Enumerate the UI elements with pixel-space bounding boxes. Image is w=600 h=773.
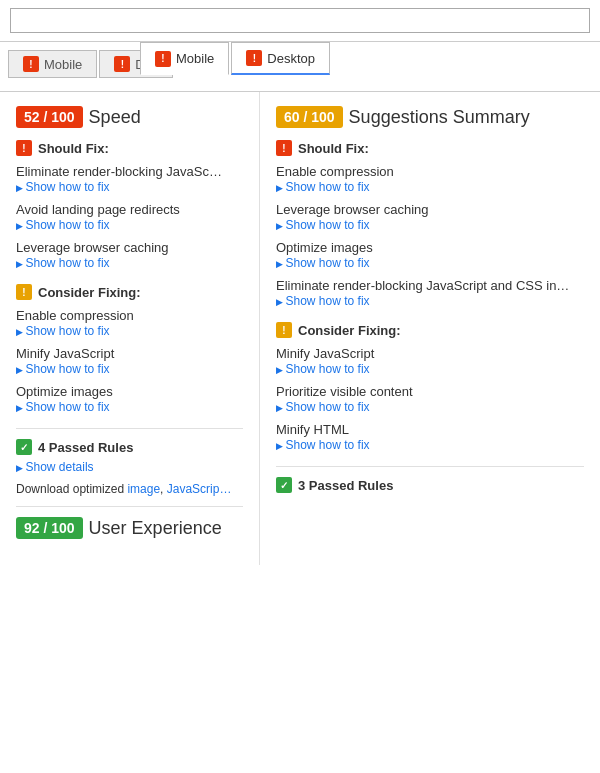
suggestions-score-label: Suggestions Summary <box>349 107 530 128</box>
desktop-show-fix-1[interactable]: Show how to fix <box>276 218 370 232</box>
divider-1 <box>16 428 243 429</box>
suggestions-score-badge: 60 / 100 <box>276 106 343 128</box>
mobile-should-fix-section: ! Should Fix: Eliminate render-blocking … <box>16 140 243 270</box>
main-content: 52 / 100 Speed ! Should Fix: Eliminate r… <box>0 92 600 565</box>
mobile-consider-item-1: Minify JavaScript Show how to fix <box>16 346 243 376</box>
tab-warning-icon-mobile-front: ! <box>155 51 171 67</box>
tab-mobile-front-label: Mobile <box>176 51 214 66</box>
mobile-consider-show-1[interactable]: Show how to fix <box>16 362 110 376</box>
desktop-consider-show-0[interactable]: Show how to fix <box>276 362 370 376</box>
mobile-rule-item-1: Avoid landing page redirects Show how to… <box>16 202 243 232</box>
tab-warning-icon-desktop-back: ! <box>114 56 130 72</box>
mobile-passed-count: 4 Passed Rules <box>38 440 133 455</box>
speed-score-section: 52 / 100 Speed <box>16 106 243 128</box>
mobile-show-details[interactable]: Show details <box>16 460 94 474</box>
mobile-consider-name-1: Minify JavaScript <box>16 346 243 361</box>
tab-desktop-front[interactable]: ! Desktop <box>231 42 330 75</box>
url-bar: http://nytimes.com/ <box>0 0 600 42</box>
tab-mobile-front[interactable]: ! Mobile <box>140 42 229 75</box>
panel-desktop: 60 / 100 Suggestions Summary ! Should Fi… <box>260 92 600 565</box>
should-fix-error-icon: ! <box>16 140 32 156</box>
mobile-show-fix-0[interactable]: Show how to fix <box>16 180 110 194</box>
desktop-show-fix-3[interactable]: Show how to fix <box>276 294 370 308</box>
desktop-passed-rules: ✓ 3 Passed Rules <box>276 477 584 493</box>
desktop-consider-fixing-section: ! Consider Fixing: Minify JavaScript Sho… <box>276 322 584 452</box>
divider-2 <box>16 506 243 507</box>
desktop-consider-name-2: Minify HTML <box>276 422 584 437</box>
mobile-rule-item-2: Leverage browser caching Show how to fix <box>16 240 243 270</box>
mobile-rule-item-0: Eliminate render-blocking JavaSc… Show h… <box>16 164 243 194</box>
download-image-link[interactable]: image <box>127 482 160 496</box>
desktop-rule-item-0: Enable compression Show how to fix <box>276 164 584 194</box>
desktop-consider-item-0: Minify JavaScript Show how to fix <box>276 346 584 376</box>
tab-warning-icon-desktop-front: ! <box>246 50 262 66</box>
mobile-download-text: Download optimized image, JavaScrip… <box>16 482 243 496</box>
mobile-consider-show-2[interactable]: Show how to fix <box>16 400 110 414</box>
mobile-consider-name-2: Optimize images <box>16 384 243 399</box>
desktop-should-fix-error-icon: ! <box>276 140 292 156</box>
mobile-consider-item-0: Enable compression Show how to fix <box>16 308 243 338</box>
desktop-passed-count: 3 Passed Rules <box>298 478 393 493</box>
url-input[interactable]: http://nytimes.com/ <box>10 8 590 33</box>
tab-mobile-back-label: Mobile <box>44 57 82 72</box>
tab-mobile-back[interactable]: ! Mobile <box>8 50 97 78</box>
ux-score-section: 92 / 100 User Experience <box>16 517 243 539</box>
mobile-consider-fixing-section: ! Consider Fixing: Enable compression Sh… <box>16 284 243 414</box>
mobile-rule-name-1: Avoid landing page redirects <box>16 202 243 217</box>
mobile-show-fix-2[interactable]: Show how to fix <box>16 256 110 270</box>
mobile-show-fix-1[interactable]: Show how to fix <box>16 218 110 232</box>
desktop-consider-name-0: Minify JavaScript <box>276 346 584 361</box>
mobile-consider-show-0[interactable]: Show how to fix <box>16 324 110 338</box>
desktop-divider <box>276 466 584 467</box>
desktop-consider-fixing-label: Consider Fixing: <box>298 323 401 338</box>
desktop-rule-name-2: Optimize images <box>276 240 584 255</box>
tabs-wrapper: ! Mobile ! Des ! Mobile ! Desktop <box>0 42 600 92</box>
desktop-consider-item-2: Minify HTML Show how to fix <box>276 422 584 452</box>
desktop-consider-fix-warning-icon: ! <box>276 322 292 338</box>
mobile-should-fix-label: Should Fix: <box>38 141 109 156</box>
desktop-rule-name-0: Enable compression <box>276 164 584 179</box>
ux-score-badge: 92 / 100 <box>16 517 83 539</box>
tab-desktop-front-label: Desktop <box>267 51 315 66</box>
passed-check-icon: ✓ <box>16 439 32 455</box>
mobile-should-fix-header: ! Should Fix: <box>16 140 243 156</box>
desktop-show-fix-0[interactable]: Show how to fix <box>276 180 370 194</box>
desktop-consider-show-1[interactable]: Show how to fix <box>276 400 370 414</box>
desktop-rule-item-1: Leverage browser caching Show how to fix <box>276 202 584 232</box>
tab-warning-icon-mobile-back: ! <box>23 56 39 72</box>
consider-fix-warning-icon: ! <box>16 284 32 300</box>
speed-score-label: Speed <box>89 107 141 128</box>
download-js-link[interactable]: JavaScrip… <box>167 482 232 496</box>
desktop-consider-fixing-header: ! Consider Fixing: <box>276 322 584 338</box>
suggestions-score-section: 60 / 100 Suggestions Summary <box>276 106 584 128</box>
desktop-rule-name-3: Eliminate render-blocking JavaScript and… <box>276 278 584 293</box>
desktop-consider-item-1: Prioritize visible content Show how to f… <box>276 384 584 414</box>
mobile-passed-rules: ✓ 4 Passed Rules <box>16 439 243 455</box>
desktop-rule-item-3: Eliminate render-blocking JavaScript and… <box>276 278 584 308</box>
desktop-consider-show-2[interactable]: Show how to fix <box>276 438 370 452</box>
mobile-rule-name-0: Eliminate render-blocking JavaSc… <box>16 164 243 179</box>
panel-mobile: 52 / 100 Speed ! Should Fix: Eliminate r… <box>0 92 260 565</box>
desktop-should-fix-section: ! Should Fix: Enable compression Show ho… <box>276 140 584 308</box>
mobile-consider-fixing-label: Consider Fixing: <box>38 285 141 300</box>
tabs-front-row: ! Mobile ! Desktop <box>140 42 330 75</box>
desktop-passed-check-icon: ✓ <box>276 477 292 493</box>
mobile-consider-fixing-header: ! Consider Fixing: <box>16 284 243 300</box>
desktop-consider-name-1: Prioritize visible content <box>276 384 584 399</box>
desktop-should-fix-label: Should Fix: <box>298 141 369 156</box>
mobile-consider-item-2: Optimize images Show how to fix <box>16 384 243 414</box>
desktop-rule-item-2: Optimize images Show how to fix <box>276 240 584 270</box>
ux-score-label: User Experience <box>89 518 222 539</box>
download-prefix: Download optimized <box>16 482 127 496</box>
desktop-rule-name-1: Leverage browser caching <box>276 202 584 217</box>
mobile-consider-name-0: Enable compression <box>16 308 243 323</box>
desktop-show-fix-2[interactable]: Show how to fix <box>276 256 370 270</box>
speed-score-badge: 52 / 100 <box>16 106 83 128</box>
desktop-should-fix-header: ! Should Fix: <box>276 140 584 156</box>
mobile-rule-name-2: Leverage browser caching <box>16 240 243 255</box>
